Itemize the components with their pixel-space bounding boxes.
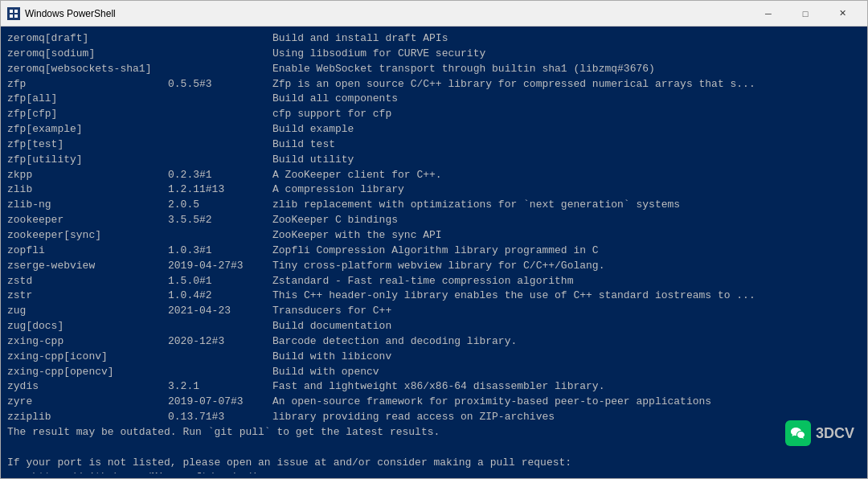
table-row: zxing-cpp2020-12#3Barcode detection and … xyxy=(7,334,861,350)
table-row: zziplib0.13.71#3library providing read a… xyxy=(7,410,861,425)
notice-line-3: If your port is not listed, please open … xyxy=(7,456,861,471)
table-row: zxing-cpp[opencv]Build with opencv xyxy=(7,365,861,380)
close-button[interactable]: ✕ xyxy=(824,1,861,27)
titlebar-buttons: ─ □ ✕ xyxy=(750,1,861,27)
svg-rect-3 xyxy=(14,14,18,18)
table-row: zug2021-04-23Transducers for C++ xyxy=(7,304,861,319)
table-row: zydis3.2.1Fast and lightweight x86/x86-6… xyxy=(7,379,861,395)
table-row: zfp[all]Build all components xyxy=(7,92,861,107)
table-row: zfp[test]Build test xyxy=(7,137,861,153)
table-row: zstr1.0.4#2This C++ header-only library … xyxy=(7,289,861,304)
svg-rect-2 xyxy=(10,14,13,18)
notice-line-4: https://github.com/Microsoft/vcpkg/issue… xyxy=(7,470,861,473)
terminal-content: zeromq[draft]Build and install draft API… xyxy=(7,31,861,473)
table-row: zstd1.5.0#1Zstandard - Fast real-time co… xyxy=(7,274,861,289)
table-row: zookeeper[sync]ZooKeeper with the sync A… xyxy=(7,228,861,244)
notice-line-2 xyxy=(7,440,861,456)
table-row: zyre2019-07-07#3An open-source framework… xyxy=(7,395,861,410)
svg-rect-1 xyxy=(14,10,18,13)
table-row: zeromq[sodium]Using libsodium for CURVE … xyxy=(7,47,861,62)
watermark-text: 3DCV xyxy=(816,423,854,444)
wechat-icon xyxy=(785,420,811,446)
table-row: zfp0.5.5#3Zfp is an open source C/C++ li… xyxy=(7,77,861,92)
table-row: zopfli1.0.3#1Zopfli Compression Algorith… xyxy=(7,244,861,259)
table-row: zfp[cfp]cfp support for cfp xyxy=(7,107,861,122)
table-row: zserge-webview2019-04-27#3Tiny cross-pla… xyxy=(7,259,861,274)
titlebar: Windows PowerShell ─ □ ✕ xyxy=(1,1,867,27)
window: Windows PowerShell ─ □ ✕ zeromq[draft]Bu… xyxy=(0,0,868,479)
app-icon xyxy=(7,7,20,20)
table-row: zkpp0.2.3#1A ZooKeeper client for C++. xyxy=(7,168,861,183)
maximize-button[interactable]: □ xyxy=(787,1,824,27)
table-row: zlib-ng2.0.5zlib replacement with optimi… xyxy=(7,198,861,213)
terminal: zeromq[draft]Build and install draft API… xyxy=(1,27,867,478)
svg-rect-0 xyxy=(10,10,13,13)
table-row: zfp[utility]Build utility xyxy=(7,153,861,168)
table-row: zxing-cpp[iconv]Build with libiconv xyxy=(7,350,861,365)
table-row: zlib1.2.11#13A compression library xyxy=(7,182,861,198)
window-title: Windows PowerShell xyxy=(25,8,750,19)
table-row: zeromq[websockets-sha1]Enable WebSocket … xyxy=(7,62,861,77)
watermark: 3DCV xyxy=(785,420,854,446)
notice-line-1: The result may be outdated. Run `git pul… xyxy=(7,425,861,440)
minimize-button[interactable]: ─ xyxy=(750,1,787,27)
table-row: zookeeper3.5.5#2ZooKeeper C bindings xyxy=(7,213,861,228)
table-row: zug[docs]Build documentation xyxy=(7,319,861,334)
table-row: zeromq[draft]Build and install draft API… xyxy=(7,31,861,47)
table-row: zfp[example]Build example xyxy=(7,122,861,137)
